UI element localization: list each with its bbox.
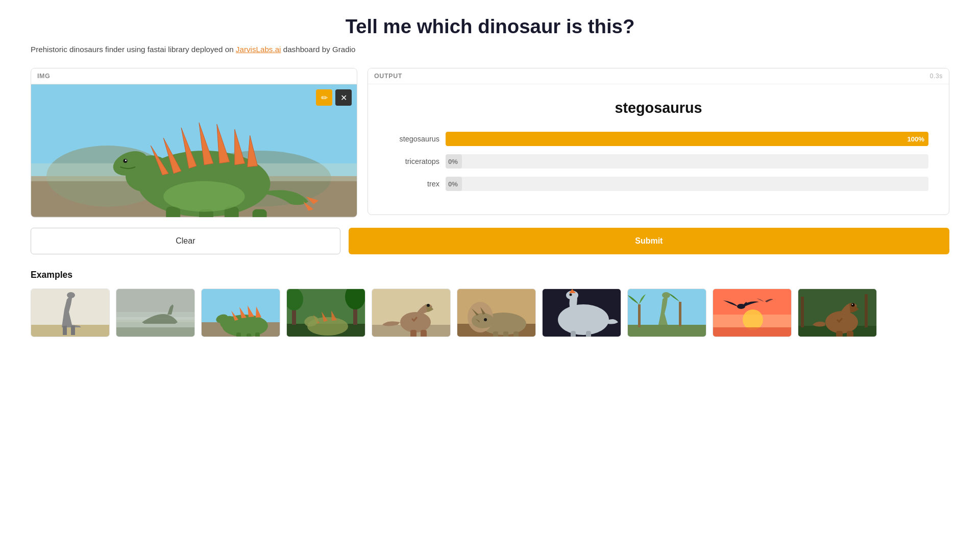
svg-rect-13 — [253, 209, 267, 217]
main-area: IMG — [31, 68, 949, 218]
list-item[interactable] — [627, 289, 706, 337]
examples-grid — [31, 289, 949, 337]
svg-rect-35 — [255, 332, 260, 337]
list-item[interactable] — [116, 289, 195, 337]
svg-rect-75 — [713, 327, 792, 337]
output-panel: OUTPUT 0.3s stegosaurus stegosaurus 100%… — [368, 68, 949, 215]
svg-rect-63 — [571, 331, 576, 337]
svg-point-21 — [67, 292, 75, 298]
output-label: OUTPUT — [374, 73, 402, 80]
list-item[interactable] — [798, 289, 877, 337]
examples-section: Examples — [31, 270, 949, 337]
svg-point-82 — [851, 303, 855, 307]
list-item[interactable] — [31, 289, 110, 337]
bar-label-trex: trex — [388, 180, 439, 188]
svg-point-74 — [743, 309, 763, 330]
img-panel: IMG — [31, 68, 357, 218]
bar-fill-stegosaurus: 100% — [446, 132, 928, 146]
dinosaur-image — [31, 84, 357, 217]
list-item[interactable] — [713, 289, 792, 337]
svg-point-60 — [558, 304, 609, 335]
close-icon: ✕ — [340, 93, 347, 103]
bar-fill-triceratops: 0% — [446, 154, 462, 169]
svg-rect-10 — [166, 207, 180, 217]
bar-fill-trex: 0% — [446, 177, 462, 191]
svg-point-62 — [570, 294, 572, 296]
svg-rect-23 — [71, 326, 75, 335]
svg-rect-57 — [503, 331, 508, 337]
output-content: stegosaurus stegosaurus 100% triceratops… — [368, 84, 949, 214]
img-container: ✏ ✕ — [31, 84, 357, 217]
bar-label-triceratops: triceratops — [388, 157, 439, 165]
clear-button[interactable]: Clear — [31, 228, 340, 254]
edit-icon: ✏ — [321, 93, 328, 103]
svg-rect-80 — [865, 294, 868, 327]
bar-pct-triceratops: 0% — [448, 158, 458, 165]
list-item[interactable] — [457, 289, 536, 337]
bar-row-stegosaurus: stegosaurus 100% — [388, 132, 928, 146]
output-panel-header: OUTPUT 0.3s — [368, 68, 949, 84]
buttons-row: Clear Submit — [31, 228, 949, 254]
close-button[interactable]: ✕ — [335, 89, 352, 106]
svg-rect-33 — [236, 332, 241, 337]
svg-point-83 — [852, 304, 853, 305]
svg-rect-56 — [493, 331, 498, 337]
bar-track-triceratops: 0% — [446, 154, 928, 169]
svg-rect-34 — [247, 333, 251, 337]
timer-label: 0.3s — [930, 73, 943, 80]
svg-rect-84 — [836, 331, 843, 337]
svg-point-18 — [163, 181, 245, 212]
bar-row-triceratops: triceratops 0% — [388, 154, 928, 169]
list-item[interactable] — [201, 289, 280, 337]
svg-rect-68 — [679, 302, 681, 326]
list-item[interactable] — [542, 289, 621, 337]
list-item[interactable] — [372, 289, 451, 337]
svg-rect-70 — [659, 325, 664, 336]
bar-track-trex: 0% — [446, 177, 928, 191]
bar-track-stegosaurus: 100% — [446, 132, 928, 146]
svg-point-9 — [125, 159, 127, 161]
svg-rect-58 — [513, 331, 519, 337]
img-panel-header: IMG — [31, 68, 357, 84]
prediction-label: stegosaurus — [388, 100, 928, 116]
svg-rect-79 — [801, 297, 804, 327]
edit-button[interactable]: ✏ — [316, 89, 332, 106]
list-item[interactable] — [286, 289, 365, 337]
svg-point-54 — [472, 313, 494, 328]
subtitle: Prehistoric dinosaurs finder using fasta… — [31, 45, 949, 54]
svg-point-55 — [484, 318, 487, 321]
svg-rect-22 — [63, 326, 67, 335]
svg-rect-71 — [666, 325, 670, 336]
svg-point-47 — [427, 304, 430, 307]
svg-rect-49 — [421, 330, 427, 337]
bar-pct-stegosaurus: 100% — [907, 135, 924, 143]
svg-rect-48 — [410, 330, 416, 337]
svg-rect-85 — [847, 331, 853, 337]
bar-label-stegosaurus: stegosaurus — [388, 135, 439, 143]
svg-rect-64 — [586, 331, 591, 337]
svg-point-46 — [400, 312, 431, 332]
bar-row-trex: trex 0% — [388, 177, 928, 191]
bar-pct-trex: 0% — [448, 180, 458, 188]
submit-button[interactable]: Submit — [349, 228, 949, 254]
examples-heading: Examples — [31, 270, 949, 280]
img-controls: ✏ ✕ — [316, 89, 352, 106]
svg-rect-67 — [638, 304, 641, 327]
svg-point-69 — [662, 292, 670, 298]
jarvis-link[interactable]: JarvisLabs.ai — [236, 45, 281, 54]
page-title: Tell me which dinosaur is this? — [31, 15, 949, 38]
